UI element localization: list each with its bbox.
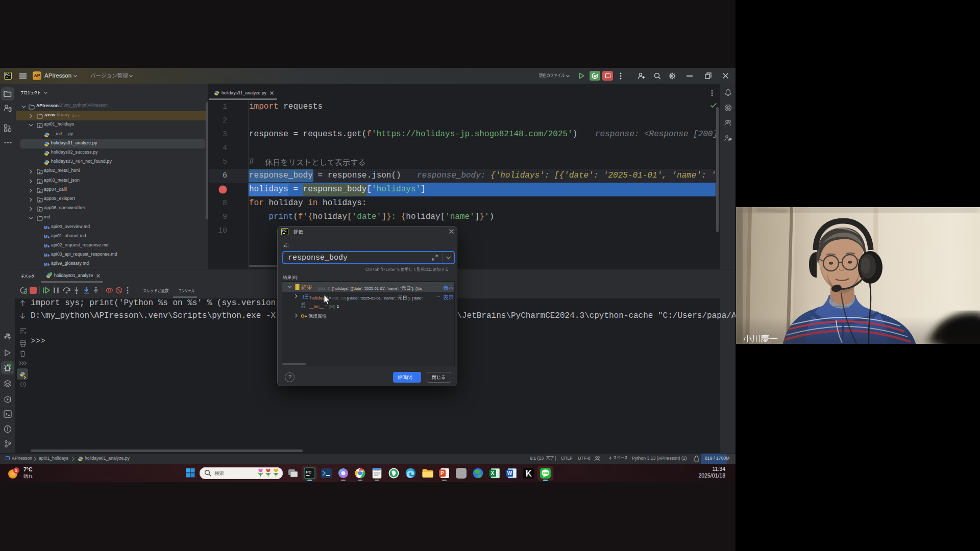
svg-text:M: M <box>44 262 47 267</box>
svg-text:LINE: LINE <box>543 471 549 474</box>
svg-text:1: 1 <box>302 294 305 299</box>
svg-text:M: M <box>44 243 47 248</box>
svg-text:?: ? <box>9 108 11 111</box>
svg-text:X: X <box>491 470 495 476</box>
svg-text:5: 5 <box>15 468 18 473</box>
svg-text:W: W <box>507 470 512 476</box>
svg-text:M: M <box>44 253 47 258</box>
svg-text:M: M <box>44 225 47 230</box>
svg-text:M: M <box>44 234 47 239</box>
svg-text:PC: PC <box>306 470 312 474</box>
svg-text:P: P <box>440 470 444 476</box>
